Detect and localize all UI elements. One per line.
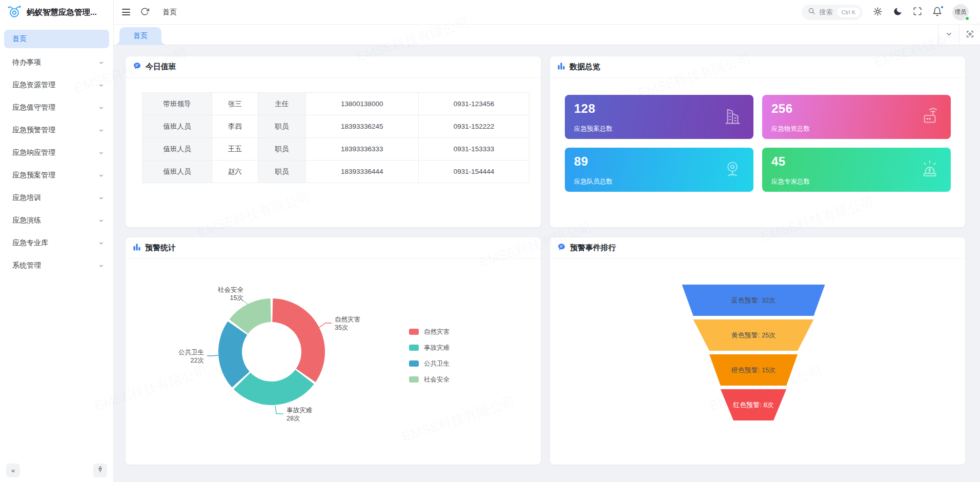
pie-label-name: 事故灾难	[287, 407, 313, 414]
table-row: 值班人员赵六职员183933364440931-154444	[142, 160, 529, 183]
sidebar: 蚂蚁智慧应急管理... 首页待办事项应急资源管理应急值守管理应急预警管理应急响应…	[0, 0, 114, 482]
sidebar-item-1[interactable]: 待办事项	[0, 51, 113, 74]
online-status-dot	[965, 16, 970, 21]
sidebar-item-7[interactable]: 应急培训	[0, 187, 113, 209]
sidebar-item-label: 应急预警管理	[12, 126, 55, 135]
sidebar-item-label: 应急预案管理	[12, 171, 55, 180]
funnel-segment-label: 黄色预警: 25次	[731, 331, 776, 340]
table-cell: 0931-153333	[419, 138, 529, 160]
legend-swatch	[409, 360, 419, 367]
pie-label-value: 28次	[287, 415, 300, 422]
tab-list-dropdown-button[interactable]	[938, 25, 959, 45]
chat-bubble-icon	[557, 243, 566, 253]
legend-swatch	[409, 329, 419, 335]
avatar-initials: 理员	[955, 8, 966, 16]
pie-label-name: 社会安全	[217, 286, 244, 293]
sidebar-item-8[interactable]: 应急演练	[0, 209, 113, 232]
dark-mode-toggle[interactable]	[893, 7, 903, 18]
funnel-segment-蓝色预警[interactable]: 蓝色预警: 32次	[682, 285, 825, 316]
chevron-down-icon	[98, 218, 104, 224]
ant-logo-icon	[7, 4, 22, 21]
refresh-button[interactable]	[140, 7, 149, 17]
sidebar-item-3[interactable]: 应急值守管理	[0, 96, 113, 119]
table-cell: 职员	[258, 115, 305, 138]
legend-item-事故灾难[interactable]: 事故灾难	[409, 342, 450, 353]
sidebar-collapse-button[interactable]: «	[6, 464, 20, 477]
stat-value: 128	[574, 102, 744, 116]
notifications-button[interactable]	[932, 7, 942, 18]
search-placeholder: 搜索	[820, 8, 833, 17]
pie-label-name: 自然灾害	[335, 316, 360, 323]
search-icon	[808, 7, 815, 17]
legend-label: 事故灾难	[424, 344, 450, 352]
notification-badge	[940, 5, 944, 9]
legend-item-公共卫生[interactable]: 公共卫生	[409, 358, 450, 369]
chat-bubble-icon	[133, 62, 141, 72]
chevron-down-icon	[98, 83, 104, 88]
sidebar-footer: «	[0, 458, 113, 482]
stat-label: 应急专家总数	[771, 177, 810, 186]
warning-rank-title: 预警事件排行	[570, 243, 616, 253]
settings-button[interactable]	[873, 7, 883, 18]
table-cell: 0931-154444	[419, 160, 529, 183]
user-avatar[interactable]: 理员	[952, 4, 969, 21]
sidebar-item-10[interactable]: 系统管理	[0, 254, 113, 277]
content-fullscreen-button[interactable]	[959, 25, 980, 45]
funnel-chart: 蓝色预警: 32次黄色预警: 25次橙色预警: 15次红色预警: 8次	[550, 259, 965, 465]
legend-item-自然灾害[interactable]: 自然灾害	[409, 326, 450, 337]
tabbar-actions	[938, 25, 980, 45]
funnel-segment-黄色预警[interactable]: 黄色预警: 25次	[682, 319, 825, 351]
today-duty-header: 今日值班	[126, 56, 541, 78]
search-input[interactable]: 搜索 Ctrl K	[802, 5, 863, 20]
sidebar-item-6[interactable]: 应急预案管理	[0, 164, 113, 187]
app-title: 蚂蚁智慧应急管理...	[27, 7, 97, 18]
pie-slice-自然灾害[interactable]	[272, 298, 325, 382]
legend-item-社会安全[interactable]: 社会安全	[409, 374, 450, 385]
table-cell: 18393336333	[305, 138, 418, 160]
chevron-down-icon	[98, 60, 104, 66]
fullscreen-button[interactable]	[913, 7, 922, 17]
sidebar-menu: 首页待办事项应急资源管理应急值守管理应急预警管理应急响应管理应急预案管理应急培训…	[0, 25, 113, 277]
camera-icon	[720, 156, 745, 184]
stat-card-0: 128应急预案总数	[565, 95, 753, 139]
sidebar-item-5[interactable]: 应急响应管理	[0, 142, 113, 164]
funnel-segment-红色预警[interactable]: 红色预警: 8次	[682, 389, 825, 420]
hamburger-menu-icon[interactable]	[122, 9, 130, 15]
tab-home[interactable]: 首页	[119, 27, 161, 45]
radio-icon	[917, 103, 943, 131]
funnel-segment-橙色预警[interactable]: 橙色预警: 15次	[682, 354, 825, 386]
sidebar-item-label: 系统管理	[12, 261, 41, 270]
table-cell: 职员	[258, 138, 305, 160]
sidebar-pin-button[interactable]	[93, 464, 107, 477]
chevron-down-icon	[98, 150, 104, 156]
gear-icon	[873, 7, 883, 18]
tabbar: 首页	[114, 25, 980, 45]
pie-label-name: 公共卫生	[178, 349, 204, 356]
legend-label: 自然灾害	[424, 328, 450, 336]
warning-stats-header: 预警统计	[126, 237, 541, 259]
table-cell: 张三	[212, 93, 258, 115]
sidebar-item-label: 应急值守管理	[12, 103, 55, 112]
sidebar-item-label: 应急专业库	[12, 238, 48, 248]
legend-label: 公共卫生	[424, 359, 450, 368]
legend-swatch	[409, 345, 419, 351]
table-cell: 王五	[212, 138, 258, 160]
chevron-down-icon	[98, 240, 104, 246]
sidebar-item-0[interactable]: 首页	[4, 30, 109, 48]
table-cell: 李四	[212, 115, 258, 138]
sidebar-item-9[interactable]: 应急专业库	[0, 232, 113, 254]
fullscreen-icon	[913, 7, 922, 17]
table-cell: 主任	[258, 93, 305, 115]
data-overview-header: 数据总览	[550, 56, 965, 78]
pie-slice-事故灾难[interactable]	[234, 370, 314, 405]
sidebar-item-4[interactable]: 应急预警管理	[0, 119, 113, 142]
table-cell: 13800138000	[305, 93, 418, 115]
moon-icon	[893, 7, 903, 18]
sidebar-item-2[interactable]: 应急资源管理	[0, 74, 113, 96]
siren-icon	[917, 156, 943, 184]
breadcrumb[interactable]: 首页	[162, 8, 177, 17]
stat-value: 256	[771, 102, 942, 116]
content-fullscreen-icon	[966, 30, 974, 40]
table-cell: 18393336245	[305, 115, 418, 138]
sidebar-item-label: 应急演练	[12, 216, 41, 225]
